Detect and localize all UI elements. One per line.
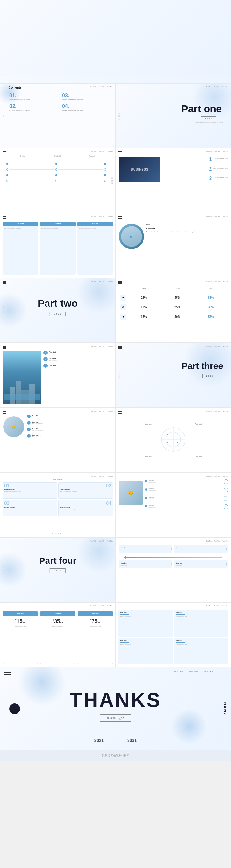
slide-thanks: Text Title Text Title Text Title 2 0 2 1… <box>0 667 231 750</box>
hamburger-stats[interactable] <box>118 281 122 284</box>
presentation-container: Text Title Text Title Text Title 2 0 2 1… <box>0 0 231 761</box>
pricing-cards-container: Your text $1599 Add text content here Yo… <box>3 611 113 664</box>
nav-team: Text Title Text Title Text Title <box>206 475 228 477</box>
hamburger-part-two[interactable] <box>3 281 6 284</box>
hamburger-pricing[interactable] <box>3 605 6 609</box>
city-item-1: A Your text Add text here <box>44 350 113 355</box>
v-label-part-two: NO TEXT <box>3 306 4 315</box>
arrow-item-2: Your text Add content <box>174 545 228 553</box>
circle-diagram-container: A B C D Your text Your text Your text Yo… <box>155 422 191 459</box>
slide-numbered-list: Text Title Text Title Text Title 🤝 1 You… <box>0 408 115 472</box>
timeline-row-2 <box>6 168 106 170</box>
svg-text:B: B <box>176 434 179 437</box>
numbered-item-3: 3 Your text Add text content here <box>27 428 112 431</box>
hamburger-timeline[interactable] <box>3 151 6 155</box>
product-cell-2: 02 Product Name Add text content here to… <box>58 483 113 499</box>
slide-pricing: Text Title Text Title Text Title Your te… <box>0 602 115 667</box>
v-label-contents: NO TEXT <box>3 112 4 120</box>
hamburger-business[interactable] <box>118 151 122 155</box>
people-text-block: Your text Add text content here to expla… <box>146 228 228 233</box>
existing-products-label: Existing Products <box>52 533 64 535</box>
v-label-part-four: NO TEXT <box>3 566 4 574</box>
cards-container: Your text Add text content here to expla… <box>3 222 113 275</box>
year-right: 3031 <box>21 0 30 75</box>
slide-team-list: Text Title Text Title Text Title 🤝 Your … <box>115 472 231 537</box>
slide-stats: Text Title Text Title Text Title 2018 20… <box>115 278 231 343</box>
arrow-item-1: Your text Add content <box>119 545 172 553</box>
slide-part-one: Text Title Text Title Text Title NO TEXT… <box>115 83 231 148</box>
nav-people: Text Title Text Title Text Title <box>206 216 228 218</box>
team-image: 🤝 <box>119 481 143 505</box>
nav-part-two: Text Title Text Title Text Title <box>90 281 113 282</box>
thanks-subtitle: 高级年中总结 <box>100 714 131 722</box>
people-body: Add text content here to explain your da… <box>146 231 228 233</box>
hamburger-cards[interactable] <box>3 216 6 220</box>
product-cell-4: 04 Product Name Add text content here to… <box>58 500 113 516</box>
arrows-top-row: Your text Add content Your text Add cont… <box>119 545 228 553</box>
hamburger-circle[interactable] <box>118 410 122 414</box>
year-left: 2021 <box>0 0 9 75</box>
circle-diagram-svg: A B C D <box>155 422 191 457</box>
contents-item-4: 04. Add text content here to explain <box>62 103 112 112</box>
card-1-header: Your text <box>3 222 38 226</box>
slide-part-three: Text Title Text Title Text Title NO TEXT… <box>115 343 231 408</box>
business-image: BUSINESS <box>119 157 161 182</box>
pricing-card-2: Your text $3599 Add text content here <box>40 611 75 664</box>
team-item-3: Your textAdd text here c <box>145 496 228 501</box>
stat-icon-1: ✦ <box>120 294 126 301</box>
thanks-nav: Text Title Text Title Text Title <box>174 671 213 673</box>
contents-item-3: 03. Add text content here to explain <box>62 93 112 101</box>
timeline-row-3 <box>6 174 106 176</box>
business-item-2: 2 Add text content here <box>209 166 228 172</box>
part-three-title: Part three <box>181 361 223 371</box>
slide-product-table: Text Title Text Title Text Title New Pro… <box>0 472 115 537</box>
people-image-circle: 👥 <box>119 224 144 249</box>
hamburger-people[interactable] <box>118 216 122 220</box>
arrows-bottom-row: Your text Add content Your text Add cont… <box>119 560 228 568</box>
hamburger-contents[interactable] <box>3 86 6 90</box>
product-1: Product 1 <box>20 155 27 157</box>
people-title: Your text <box>146 228 228 230</box>
contents-item-2: 02. Add text content here to explain <box>9 103 60 112</box>
card-1: Your text Add text content here to expla… <box>3 222 38 275</box>
nav-product: Text Title Text Title Text Title <box>90 475 113 477</box>
city-item-2: B Your text Add text here <box>44 357 113 361</box>
hamburger-thanks[interactable] <box>4 671 11 678</box>
nav-pricing: Text Title Text Title Text Title <box>90 605 113 607</box>
nav-arrows: Text Title Text Title Text Title <box>206 540 228 542</box>
hamburger-part-four[interactable] <box>3 540 6 544</box>
part-one-title: Part one <box>181 103 222 115</box>
thanks-line-deco <box>71 735 160 735</box>
hamburger-part-one[interactable] <box>118 86 122 90</box>
nav-stats: Text Title Text Title Text Title <box>206 281 228 282</box>
business-item-1: 1 Add text content here <box>209 157 228 162</box>
hero-years: 2021 3031 <box>0 0 231 75</box>
hamburger-product[interactable] <box>3 475 6 479</box>
part-three-year: 2 0 2 1 <box>202 374 217 378</box>
nav-contents: Text Title Text Title Text Title <box>90 86 113 88</box>
numbered-item-4: 4 Your text Add text content here <box>27 434 112 438</box>
nav-city: Text Title Text Title Text Title <box>90 345 113 347</box>
hamburger-extra[interactable] <box>118 605 122 609</box>
team-item-4: Your textAdd text here d <box>145 504 228 509</box>
nav-part-four: Text Title Text Title Text Title <box>90 540 113 542</box>
card-2-header: Your text <box>40 222 75 226</box>
stat-row-3: ◈ 15% 40% 55% <box>120 314 226 319</box>
product-3: Product 3 <box>89 155 95 157</box>
thanks-title: THANKS <box>70 688 161 711</box>
part-four-year: 2 0 2 1 <box>50 568 66 573</box>
slide-timeline: Text Title Text Title Text Title Product… <box>0 148 115 213</box>
stat-values-1: 25% 45% 85% <box>128 296 226 299</box>
nav-timeline: Text Title Text Title Text Title <box>90 151 113 153</box>
hamburger-part-three[interactable] <box>118 345 122 349</box>
svg-text:D: D <box>176 442 179 445</box>
card-2: Your text Add text content here to expla… <box>40 222 75 275</box>
hamburger-numbered[interactable] <box>3 410 6 414</box>
hamburger-team[interactable] <box>118 475 122 479</box>
city-item-3: C Your text Add text here <box>44 364 113 368</box>
hamburger-arrows[interactable] <box>118 540 122 544</box>
hamburger-city[interactable] <box>3 345 6 349</box>
slide-part-two: Text Title Text Title Text Title NO TEXT… <box>0 278 115 343</box>
team-item-2: Your textAdd text here b <box>145 488 228 493</box>
contents-grid: 01. Add text content here to explain 03.… <box>9 93 112 112</box>
